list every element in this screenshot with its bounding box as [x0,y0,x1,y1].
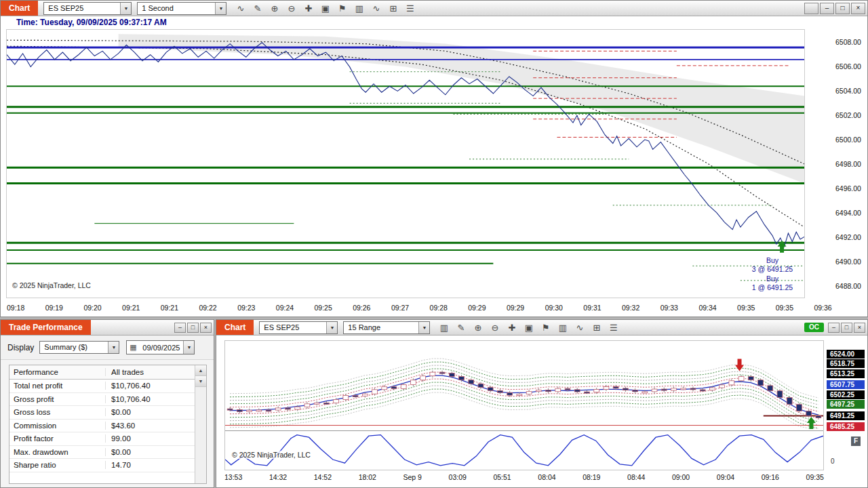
chart2-titlebar[interactable]: Chart ES SEP25 ▼ 15 Range ▼ ▥✎⊕⊖✚▣⚑▥∿⊞☰ … [216,320,867,336]
chart1-area: Time: Tuesday, 09/09/2025 09:37:17 AM © … [1,16,867,316]
metric-value: $10,706.40 [106,395,206,403]
time-axis-label: 09:00 [672,473,690,481]
instrument-select[interactable]: ES SEP25 ▼ [43,2,132,15]
alert-flag-icon[interactable]: ⚑ [334,2,351,15]
zoom-out-icon[interactable]: ⊖ [283,2,300,15]
copyright-label: © 2025 NinjaTrader, LLC [11,281,92,289]
close-button[interactable]: × [854,323,865,333]
close-button[interactable]: × [200,323,212,333]
chevron-down-icon[interactable]: ▼ [108,342,119,353]
indicators-grid-icon[interactable]: ⊞ [384,2,401,15]
time-axis-label: 18:02 [359,473,376,481]
oc-status-badge[interactable]: OC [804,323,824,332]
link-button[interactable] [804,3,818,14]
maximize-button[interactable]: □ [835,3,850,14]
chevron-down-icon[interactable]: ▼ [120,3,131,14]
metric-label: Total net profit [9,382,106,390]
pencil-icon[interactable]: ✎ [249,2,266,15]
table-row[interactable]: Total net profit$10,706.40 [9,380,206,393]
price-chart[interactable]: © 2025 NinjaTrader, LLC Buy 3 @ 6491.25 … [6,29,805,298]
indicator-wave-icon[interactable]: ∿ [571,321,588,334]
time-axis[interactable]: 13:5314:3214:5218:02Sep 903:0905:5108:04… [224,473,824,481]
trade-performance-titlebar[interactable]: Trade Performance –□× [1,320,214,336]
price-axis-label: 6494.00 [835,209,861,217]
indicators-grid-icon[interactable]: ⊞ [588,321,605,334]
display-select[interactable]: Summary ($) ▼ [39,341,119,354]
chevron-down-icon[interactable]: ▼ [215,3,226,14]
price-tag: 6524.00 [827,350,865,359]
time-axis-label: 13:53 [224,473,242,481]
buy-annotation: Buy 1 @ 6491.25 [742,274,803,292]
ninjatrader-workspace: Chart ES SEP25 ▼ 1 Second ▼ ∿✎⊕⊖✚▣⚑▥∿⊞☰ … [0,0,868,488]
data-box-icon[interactable]: ▣ [317,2,334,15]
trendline-icon[interactable]: ∿ [232,2,249,15]
table-row[interactable]: Gross loss$0.00 [9,406,206,420]
date-picker[interactable]: ▦ 09/09/2025 ▼ [126,340,195,354]
metric-label: Gross loss [9,408,106,416]
instrument-value: ES SEP25 [44,3,120,14]
price-axis[interactable]: 0 6524.006518.756513.256507.756502.25649… [825,340,867,477]
chart-style-icon[interactable]: ▥ [435,321,452,334]
price-tag: 6491.25 [827,411,865,420]
zoom-in-icon[interactable]: ⊕ [469,321,486,334]
minimize-button[interactable]: – [828,323,840,333]
chevron-down-icon[interactable]: ▼ [326,322,337,333]
zoom-in-icon[interactable]: ⊕ [266,2,283,15]
column-header-performance[interactable]: Performance [9,368,106,376]
table-row[interactable]: Commission$43.60 [9,420,206,433]
pencil-icon[interactable]: ✎ [452,321,469,334]
price-axis-label: 6488.00 [835,282,861,290]
time-axis-label: 09:20 [83,304,101,312]
interval-select[interactable]: 15 Range ▼ [343,321,430,334]
scroll-up-icon[interactable]: ▲ [195,365,206,376]
chevron-down-icon[interactable]: ▼ [183,341,194,354]
scroll-down-icon[interactable]: ▼ [195,376,206,387]
table-row[interactable]: Gross profit$10,706.40 [9,393,206,407]
interval-value: 15 Range [344,322,418,333]
time-axis[interactable]: 09:1809:1909:2009:2109:2109:2209:2309:24… [7,304,832,312]
metric-label: Profit factor [9,434,106,443]
data-box-icon[interactable]: ▣ [520,321,537,334]
time-axis-label: 09:04 [717,473,734,481]
table-row[interactable]: Max. drawdown$0.00 [9,446,206,460]
buy-annotation-title: Buy [742,256,803,265]
instrument-select[interactable]: ES SEP25 ▼ [259,321,338,334]
time-axis-label: 09:35 [737,304,755,312]
chart-style-icon[interactable]: ▥ [351,2,368,15]
time-axis-label: 09:23 [237,304,255,312]
alert-flag-icon[interactable]: ⚑ [537,321,554,334]
time-axis-label: 09:29 [468,304,486,312]
properties-list-icon[interactable]: ☰ [605,321,622,334]
maximize-button[interactable]: □ [841,323,852,333]
crosshair-icon[interactable]: ✚ [300,2,317,15]
time-axis-label: 09:28 [430,304,448,312]
zoom-out-icon[interactable]: ⊖ [486,321,503,334]
copyright-label: © 2025 NinjaTrader, LLC [231,451,312,459]
price-tag: 6502.25 [827,390,865,399]
display-value: Summary ($) [40,342,108,353]
bars-icon[interactable]: ▥ [554,321,571,334]
column-header-all-trades[interactable]: All trades [106,368,206,376]
focus-badge[interactable]: F [851,436,861,446]
time-axis-label: 08:19 [583,473,600,481]
table-row[interactable]: Sharpe ratio14.70 [9,459,206,472]
maximize-button[interactable]: □ [187,323,199,333]
price-axis[interactable]: 6508.006506.006504.006502.006500.006498.… [807,29,868,298]
properties-list-icon[interactable]: ☰ [401,2,418,15]
interval-select[interactable]: 1 Second ▼ [137,2,226,15]
minimize-button[interactable]: – [820,3,834,14]
table-row[interactable]: Profit factor99.00 [9,432,206,446]
minimize-button[interactable]: – [174,323,186,333]
chevron-down-icon[interactable]: ▼ [418,322,429,333]
time-axis-label: 09:33 [660,304,678,312]
buy-annotation-detail: 1 @ 6491.25 [742,283,803,292]
metric-value: $0.00 [106,448,206,456]
close-button[interactable]: × [851,3,865,14]
metric-label: Sharpe ratio [9,461,106,469]
chart1-titlebar[interactable]: Chart ES SEP25 ▼ 1 Second ▼ ∿✎⊕⊖✚▣⚑▥∿⊞☰ … [1,1,867,16]
indicator-wave-icon[interactable]: ∿ [368,2,384,15]
candlestick-chart[interactable]: © 2025 NinjaTrader, LLC [224,340,824,470]
crosshair-icon[interactable]: ✚ [503,321,520,334]
table-scrollbar[interactable]: ▲ ▼ [195,365,206,483]
trade-performance-title-tag: Trade Performance [1,320,91,335]
